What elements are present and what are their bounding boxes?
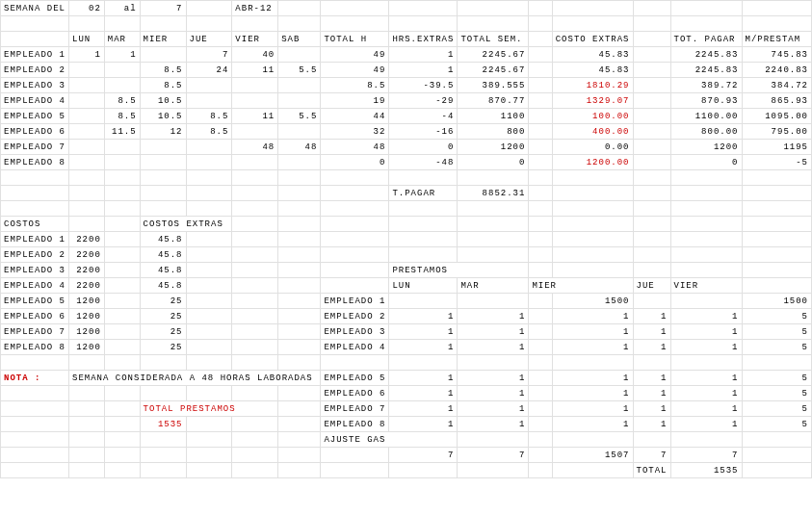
- total-prestamos-value: 1535: [140, 417, 186, 432]
- spreadsheet: semana del02al7abr-12lunmarmierjueviersa…: [0, 0, 812, 478]
- costos-label: costos: [1, 217, 69, 232]
- prestamos-label: prestamos: [389, 263, 529, 278]
- costo-extras-value: 100.00: [552, 109, 633, 124]
- total-prestamos-label: total prestamos: [140, 401, 278, 417]
- costo-extras-value: 45.83: [552, 63, 633, 78]
- al-label: al: [104, 1, 140, 16]
- nota-label: NOTA :: [1, 371, 69, 386]
- employee-name: empleado 3: [1, 78, 69, 93]
- t-pagar-value: 8852.31: [458, 186, 529, 201]
- employee-name: empleado 1: [1, 47, 69, 63]
- ajuste-gas-label: ajuste gas: [321, 432, 458, 448]
- employee-name: empleado 2: [1, 63, 69, 78]
- costo-extras-value: 400.00: [552, 124, 633, 140]
- costo-extras-value: 1329.07: [552, 93, 633, 109]
- semana-start: 02: [69, 1, 105, 16]
- prestamos-total-value: 1535: [670, 463, 742, 478]
- costo-extras-value: 45.83: [552, 47, 633, 63]
- month-label: abr-12: [232, 1, 278, 16]
- costo-extras-value: 1200.00: [552, 155, 633, 170]
- costos-extras-label: costos extras: [140, 217, 232, 232]
- semana-del-label: semana del: [1, 1, 69, 16]
- prestamos-total-label: total: [633, 463, 670, 478]
- nota-text: semana considerada a 48 horas laboradas: [69, 371, 321, 386]
- employee-name: empleado 6: [1, 124, 69, 140]
- employee-name: empleado 7: [1, 140, 69, 155]
- semana-end: 7: [140, 1, 186, 16]
- employee-name: empleado 4: [1, 93, 69, 109]
- costo-extras-value: 0.00: [552, 140, 633, 155]
- costo-extras-value: 1810.29: [552, 78, 633, 93]
- t-pagar-label: t.pagar: [389, 186, 458, 201]
- employee-name: empleado 5: [1, 109, 69, 124]
- employee-name: empleado 8: [1, 155, 69, 170]
